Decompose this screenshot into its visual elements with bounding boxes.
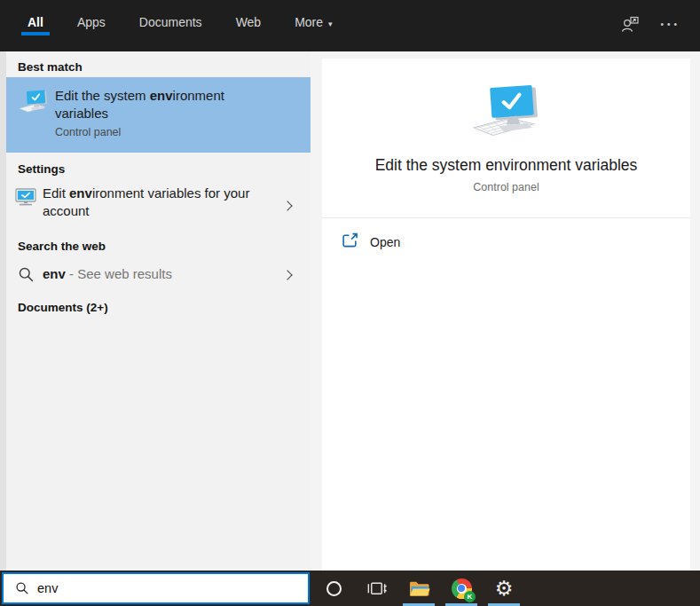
chevron-right-icon	[282, 270, 292, 279]
taskbar-search[interactable]	[2, 572, 310, 604]
settings-result[interactable]: Edit environment variables for your acco…	[6, 185, 311, 231]
preview-card: Edit the system environment variables Co…	[322, 59, 690, 571]
best-match-title: Edit the system environment variables	[55, 87, 277, 122]
file-explorer-button[interactable]	[397, 571, 440, 606]
windows-search-flyout: All Apps Documents Web More▾ ••• Best ma…	[0, 0, 700, 606]
search-icon	[15, 581, 29, 595]
web-result-label: env - See web results	[43, 265, 271, 283]
best-match-subtitle: Control panel	[55, 126, 277, 138]
computer-checkmark-icon-large	[468, 82, 546, 147]
open-label: Open	[370, 235, 400, 249]
settings-result-label: Edit environment variables for your acco…	[43, 185, 271, 220]
preview-subtitle: Control panel	[322, 181, 690, 193]
tab-web[interactable]: Web	[230, 15, 268, 43]
file-explorer-icon	[408, 579, 430, 598]
cortana-icon	[326, 581, 342, 596]
best-match-text: Edit the system environment variables Co…	[55, 87, 277, 138]
taskbar: K ⚙	[0, 571, 700, 606]
search-web-header: Search the web	[18, 240, 106, 253]
header-actions: •••	[620, 0, 680, 51]
computer-checkmark-icon	[17, 88, 51, 120]
search-tabs: All Apps Documents Web More▾	[0, 15, 339, 51]
search-header: All Apps Documents Web More▾ •••	[0, 0, 700, 51]
chrome-button[interactable]: K	[440, 571, 483, 606]
tab-more[interactable]: More▾	[288, 15, 338, 43]
chevron-down-icon: ▾	[328, 20, 333, 28]
task-view-button[interactable]	[355, 571, 397, 606]
tab-all[interactable]: All	[21, 15, 50, 43]
preview-title: Edit the system environment variables	[322, 156, 690, 175]
search-body: Best match Edit the system environment v…	[0, 51, 700, 571]
results-panel: Best match Edit the system environment v…	[0, 51, 311, 571]
settings-button[interactable]: ⚙	[483, 571, 525, 606]
cortana-button[interactable]	[312, 571, 355, 606]
best-match-result[interactable]: Edit the system environment variables Co…	[6, 77, 311, 153]
scrollbar[interactable]	[0, 51, 6, 571]
web-result[interactable]: env - See web results	[6, 264, 311, 293]
chevron-right-icon	[282, 201, 292, 210]
ellipsis-icon[interactable]: •••	[660, 20, 680, 33]
best-match-header: Best match	[18, 60, 83, 74]
chrome-profile-badge: K	[464, 591, 476, 602]
preview-panel: Edit the system environment variables Co…	[311, 51, 700, 571]
gear-icon: ⚙	[495, 578, 514, 599]
tab-web-label: Web	[236, 15, 262, 29]
tab-documents[interactable]: Documents	[133, 15, 208, 43]
tab-documents-label: Documents	[139, 15, 202, 29]
search-input[interactable]	[37, 581, 277, 595]
tab-apps[interactable]: Apps	[71, 15, 112, 43]
monitor-checkmark-icon	[15, 188, 36, 210]
tab-apps-label: Apps	[77, 15, 106, 29]
open-external-icon	[342, 232, 358, 251]
documents-header: Documents (2+)	[18, 301, 108, 314]
settings-header: Settings	[18, 162, 65, 176]
task-view-icon	[366, 579, 387, 598]
account-icon[interactable]	[620, 15, 641, 37]
search-icon	[18, 266, 35, 287]
tab-more-label: More	[295, 15, 323, 29]
tab-all-label: All	[28, 15, 43, 29]
open-action[interactable]: Open	[322, 218, 690, 251]
